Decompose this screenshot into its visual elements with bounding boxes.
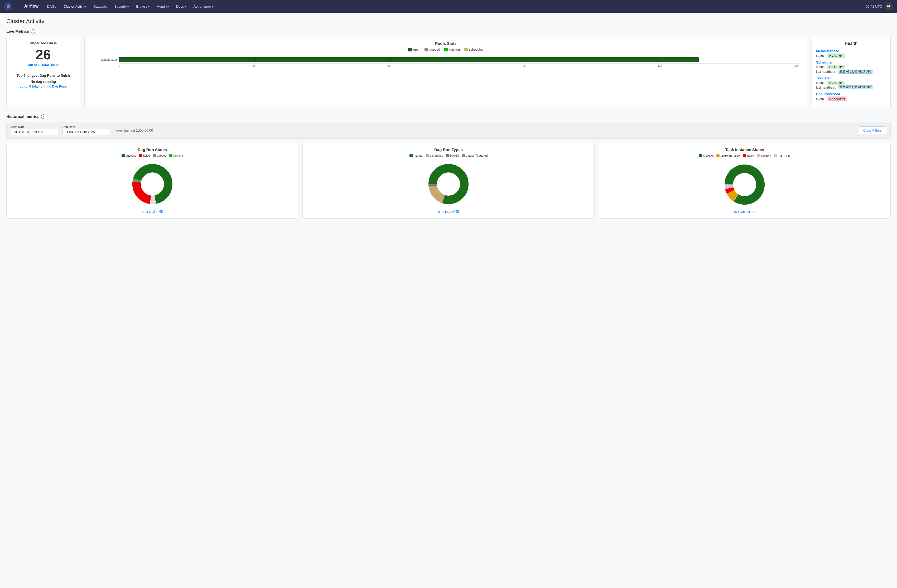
health-metadatabase: MetaDatabase status: HEALTHY [816,49,886,58]
legend-failed: failed [139,154,150,157]
task-instance-states-total: on a total of 585 [603,210,886,214]
legend-queued-state: queued [153,154,167,157]
historical-metrics-label: Historical metrics [6,114,40,119]
health-triggerer-heartbeat-key: last heartbeat: [816,86,836,89]
nav-dags[interactable]: DAGs [44,3,59,10]
health-scheduler-name[interactable]: Scheduler [816,60,886,64]
legend-running-state-label: running [173,154,183,157]
nav-logo[interactable]: Airflow [4,2,38,11]
health-triggerer-name[interactable]: Triggerer [816,76,886,80]
nav-security[interactable]: Security [111,3,132,10]
health-dagprocessor-name[interactable]: Dag Processor [816,92,886,96]
svg-point-8 [142,173,163,194]
nav-cluster-activity[interactable]: Cluster Activity [60,3,89,10]
top5-total[interactable]: 0 [29,85,31,88]
live-metrics-row: Unpaused DAGs 26 out of 26 total DAGs To… [6,37,891,108]
nav-time[interactable]: 00:41 UTC [866,5,882,8]
health-scheduler-heartbeat-key: last heartbeat: [816,70,836,74]
filter-bar: Start Date End Date over the last 1d00:0… [6,122,891,139]
health-metadatabase-name[interactable]: MetaDatabase [816,49,886,53]
task-instance-states-card: Task Instance States success upstreamFai… [599,143,891,219]
legend-running-state-color [169,154,173,157]
nav-avatar[interactable]: AU [885,3,893,10]
page-next-button[interactable]: ▶ [788,154,790,158]
legend-open-label: open [413,48,420,51]
legend-queued-label: queued [430,48,440,51]
axis-90: 90 [523,64,525,67]
legend-running: running [444,48,460,51]
nav-browse[interactable]: Browse [133,3,153,10]
dag-run-states-legend: success failed queued running [11,154,294,157]
dag-run-types-legend: manual scheduled backfill datasetTrigger… [307,154,590,157]
legend-scheduled-type-label: scheduled [430,154,443,157]
legend-upstream-failed-label: upstreamFailed [721,154,741,158]
health-scheduler-heartbeat-row: last heartbeat: 2023-08-11, 00:41:27 UTC [816,70,886,74]
charts-row: Dag Run States success failed queued [6,143,891,219]
legend-upstream-failed: upstreamFailed [716,154,741,158]
legend-running-label: running [449,48,460,51]
end-date-group: End Date [63,125,110,135]
axis-120: 120 [658,64,662,67]
task-instance-pagination: ◀ 1/4 ▶ [780,154,790,158]
pools-legend: open queued running scheduled [89,48,803,51]
nav-links: DAGs Cluster Activity Datasets Security … [44,3,866,10]
page-prev-button[interactable]: ◀ [780,154,782,158]
pools-slots-card: Pools Slots open queued running schedule… [84,37,807,108]
legend-backfill-color [446,154,449,157]
dag-run-states-svg [129,160,176,208]
task-instance-states-svg [721,161,768,208]
legend-scheduled-type: scheduled [426,154,443,157]
legend-queued-state-color [153,154,156,157]
page-title: Cluster Activity [6,18,891,25]
bar-axis: 0 30 60 90 120 150 [119,64,799,67]
health-metadatabase-status-key: status: [816,54,825,58]
legend-ti-other-color [774,154,777,158]
bar-chart: default_pool 0 [89,55,803,67]
grid-line-5 [799,57,799,63]
health-triggerer-status-badge: HEALTHY [827,81,845,85]
historical-metrics-info-icon[interactable]: i [41,115,45,119]
filter-period: over the last 1d00:00:00 [116,129,854,132]
svg-point-14 [438,173,459,194]
legend-ti-failed-color [743,154,746,158]
nav-astronomer[interactable]: Astronomer [190,3,216,10]
legend-scheduled-type-color [426,154,429,157]
clear-filters-button[interactable]: Clear Filters [859,127,886,134]
legend-ti-success: success [699,154,714,158]
nav-logo-text: Airflow [24,4,38,9]
health-dagprocessor-status-key: status: [816,97,825,101]
axis-0: 0 [119,64,121,67]
bar-fill-default [119,57,699,62]
legend-ti-skipped: skipped [757,154,771,158]
navbar: Airflow DAGs Cluster Activity Datasets S… [0,0,897,13]
unpaused-dags-count: 26 [11,47,76,62]
legend-queued-color [424,48,428,51]
legend-manual-label: manual [414,154,423,157]
dag-run-states-card: Dag Run States success failed queued [6,143,298,219]
legend-failed-label: failed [143,154,150,157]
legend-ti-failed: failed [743,154,754,158]
unpaused-dags-card: Unpaused DAGs 26 out of 26 total DAGs To… [6,37,80,108]
nav-admin[interactable]: Admin [154,3,172,10]
live-metrics-info-icon[interactable]: i [31,29,35,34]
legend-dataset-triggered-label: datasetTriggered [466,154,488,157]
end-date-input[interactable] [63,129,110,135]
dag-run-types-donut [425,160,472,208]
legend-ti-success-color [699,154,702,158]
bar-label-default: default_pool [93,58,117,61]
nav-datasets[interactable]: Datasets [90,3,110,10]
nav-right: 00:41 UTC AU [866,3,893,10]
health-scheduler: Scheduler status: HEALTHY last heartbeat… [816,60,886,74]
unpaused-dags-total[interactable]: 26 [38,63,41,67]
legend-ti-failed-label: failed [747,154,754,158]
start-date-label: Start Date [11,125,58,129]
health-scheduler-heartbeat-badge: 2023-08-11, 00:41:27 UTC [838,70,873,74]
dag-run-states-total: on a total of 65 [11,210,294,214]
legend-open: open [408,48,420,51]
health-metadatabase-status-badge: HEALTHY [827,54,845,58]
start-date-input[interactable] [11,129,58,135]
health-dagprocessor-status-row: status: UNKNOWN [816,96,886,101]
legend-ti-skipped-color [757,154,760,158]
nav-docs[interactable]: Docs [173,3,189,10]
grid-line-4 [663,57,663,63]
